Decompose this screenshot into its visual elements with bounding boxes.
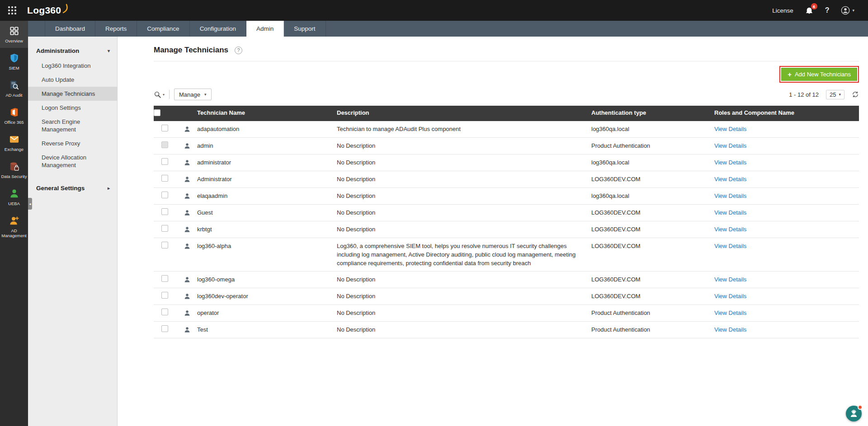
sidebar-item-logon-settings[interactable]: Logon Settings — [28, 101, 117, 115]
pagination-text: 1 - 12 of 12 — [789, 91, 819, 98]
sidebar-section-general-settings[interactable]: General Settings ▸ — [28, 182, 117, 196]
refresh-icon[interactable] — [852, 91, 859, 98]
support-chat-button[interactable] — [846, 406, 862, 421]
sidebar-section-administration[interactable]: Administration ▾ — [28, 45, 117, 59]
technician-description: No Description — [337, 272, 591, 288]
column-header-description[interactable]: Description — [337, 106, 591, 121]
tab-support[interactable]: Support — [284, 21, 326, 37]
column-header-roles[interactable]: Roles and Component Name — [714, 106, 859, 121]
sidebar-item-manage-technicians[interactable]: Manage Technicians — [28, 87, 117, 101]
row-checkbox[interactable] — [161, 141, 168, 148]
page-size-dropdown[interactable]: 25 ▾ — [826, 90, 844, 99]
authentication-type: Product Authentication — [591, 322, 714, 338]
manage-dropdown[interactable]: Manage ▾ — [174, 89, 212, 100]
column-header-authentication-type[interactable]: Authentication type — [591, 106, 714, 121]
row-checkbox[interactable] — [161, 242, 168, 248]
technician-name: Test — [197, 325, 208, 334]
rail-item-ad-audit[interactable]: AD Audit — [0, 75, 28, 102]
row-checkbox[interactable] — [161, 292, 168, 299]
license-link[interactable]: License — [772, 7, 793, 14]
view-details-link[interactable]: View Details — [714, 226, 746, 233]
row-checkbox[interactable] — [161, 175, 168, 182]
view-details-link[interactable]: View Details — [714, 276, 746, 283]
technician-name: log360-omega — [197, 275, 235, 284]
column-search-button[interactable]: ▾ — [154, 91, 165, 98]
row-checkbox[interactable] — [161, 309, 168, 315]
office365-icon — [9, 107, 19, 117]
sidebar-items: Log360 IntegrationAuto UpdateManage Tech… — [28, 59, 117, 172]
notifications-bell-icon[interactable]: 6 — [805, 6, 813, 14]
rail-item-data-security[interactable]: Data Security — [0, 156, 28, 183]
row-checkbox[interactable] — [161, 158, 168, 165]
view-details-link[interactable]: View Details — [714, 326, 746, 333]
rail-item-overview[interactable]: Overview — [0, 21, 28, 48]
rail-item-label: Data Security — [1, 174, 27, 179]
logo-swoosh-icon — [62, 3, 70, 14]
user-icon — [184, 243, 191, 250]
exchange-icon — [9, 134, 19, 145]
view-details-link[interactable]: View Details — [714, 293, 746, 300]
chevron-right-icon: ▸ — [108, 186, 110, 191]
view-details-link[interactable]: View Details — [714, 209, 746, 216]
page-help-icon[interactable]: ? — [235, 47, 242, 54]
rail-item-office-365[interactable]: Office 365 — [0, 102, 28, 129]
sidebar-item-log360-integration[interactable]: Log360 Integration — [28, 59, 117, 73]
user-icon — [184, 276, 191, 283]
rail-item-ueba[interactable]: UEBA — [0, 183, 28, 211]
row-checkbox[interactable] — [161, 125, 168, 131]
tab-compliance[interactable]: Compliance — [137, 21, 189, 37]
technicians-table: Technician Name Description Authenticati… — [154, 106, 859, 338]
table-row: AdministratorNo DescriptionLOG360DEV.COM… — [154, 171, 859, 188]
apps-grid-icon[interactable] — [8, 6, 16, 14]
chevron-down-icon: ▾ — [163, 93, 165, 97]
user-icon — [184, 142, 191, 150]
tab-configuration[interactable]: Configuration — [190, 21, 246, 37]
authentication-type: LOG360DEV.COM — [591, 238, 714, 271]
technician-description: No Description — [337, 205, 591, 221]
row-checkbox[interactable] — [161, 325, 168, 332]
view-details-link[interactable]: View Details — [714, 192, 746, 199]
row-checkbox[interactable] — [161, 192, 168, 198]
authentication-type: log360qa.local — [591, 188, 714, 204]
technician-name: Guest — [197, 208, 213, 217]
view-details-link[interactable]: View Details — [714, 126, 746, 132]
rail-item-ad-management[interactable]: AD Management — [0, 211, 28, 243]
tab-dashboard[interactable]: Dashboard — [45, 21, 95, 37]
sidebar-collapse-toggle[interactable]: ◄ — [28, 198, 32, 210]
tab-admin[interactable]: Admin — [246, 21, 284, 37]
technician-description: No Description — [337, 322, 591, 338]
technician-description: Technician to manage ADAudit Plus compon… — [337, 121, 591, 137]
plus-icon: + — [788, 71, 792, 78]
view-details-link[interactable]: View Details — [714, 309, 746, 316]
rail-item-exchange[interactable]: Exchange — [0, 129, 28, 156]
technician-name: administrator — [197, 158, 231, 167]
sidebar-item-reverse-proxy[interactable]: Reverse Proxy — [28, 136, 117, 150]
view-details-link[interactable]: View Details — [714, 159, 746, 166]
authentication-type: LOG360DEV.COM — [591, 221, 714, 238]
column-header-technician-name[interactable]: Technician Name — [179, 106, 337, 121]
sidebar-item-search-engine-management[interactable]: Search Engine Management — [28, 115, 117, 136]
rail-item-siem[interactable]: SIEM — [0, 48, 28, 75]
log360-logo: Log360 — [27, 5, 70, 16]
table-row: krbtgtNo DescriptionLOG360DEV.COMView De… — [154, 221, 859, 238]
row-checkbox[interactable] — [161, 225, 168, 232]
user-menu[interactable]: ▾ — [841, 6, 854, 15]
user-icon — [184, 326, 191, 333]
help-icon[interactable]: ? — [825, 6, 830, 14]
view-details-link[interactable]: View Details — [714, 243, 746, 249]
support-agent-icon — [849, 409, 859, 418]
chat-notification-dot — [858, 405, 863, 410]
row-checkbox[interactable] — [161, 208, 168, 215]
row-checkbox[interactable] — [161, 275, 168, 282]
add-new-technicians-button[interactable]: + Add New Technicians — [781, 68, 857, 81]
view-details-link[interactable]: View Details — [714, 176, 746, 183]
view-details-link[interactable]: View Details — [714, 142, 746, 149]
table-row: adapautomationTechnician to manage ADAud… — [154, 121, 859, 138]
sidebar-item-device-allocation-management[interactable]: Device Allocation Management — [28, 150, 117, 172]
rail-item-label: SIEM — [9, 66, 19, 70]
table-toolbar: ▾ Manage ▾ 1 - 12 of 12 25 ▾ — [154, 89, 859, 100]
authentication-type: LOG360DEV.COM — [591, 205, 714, 221]
tab-reports[interactable]: Reports — [95, 21, 137, 37]
sidebar-item-auto-update[interactable]: Auto Update — [28, 73, 117, 87]
select-all-checkbox[interactable] — [154, 109, 160, 116]
